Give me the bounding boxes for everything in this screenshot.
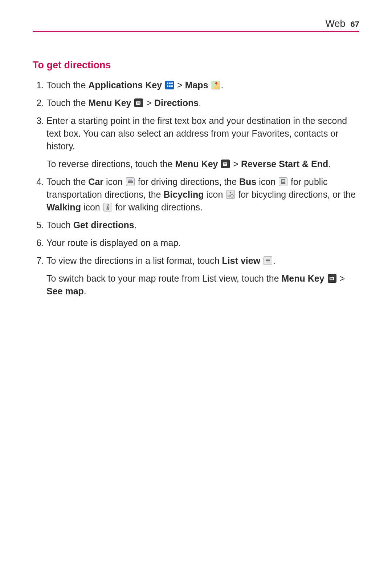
menu-key-icon <box>221 160 230 168</box>
bicycling-icon <box>226 190 235 199</box>
bold-get-directions: Get directions <box>73 220 134 230</box>
text: Touch the <box>46 98 88 108</box>
step-3: Enter a starting point in the first text… <box>46 114 359 170</box>
manual-page: Web 67 To get directions Touch the Appli… <box>0 0 392 564</box>
page-content: To get directions Touch the Applications… <box>33 33 359 298</box>
bold-reverse: Reverse Start & End <box>241 159 328 169</box>
step-2: Touch the Menu Key > Directions. <box>46 97 359 109</box>
car-icon <box>126 177 135 186</box>
text: for walking directions. <box>113 202 203 212</box>
step-6: Your route is displayed on a map. <box>46 237 359 249</box>
step-1: Touch the Applications Key > Maps . <box>46 79 359 92</box>
text: . <box>273 255 275 266</box>
bold-menu-key: Menu Key <box>282 273 324 283</box>
step-4: Touch the Car icon for driving direction… <box>46 176 359 214</box>
text: To view the directions in a list format,… <box>46 255 222 266</box>
bold-directions: Directions <box>154 98 199 108</box>
text: > <box>175 80 185 90</box>
bold-car: Car <box>88 177 103 187</box>
text: Touch the <box>46 177 88 187</box>
step-7-sub: To switch back to your map route from Li… <box>46 272 359 298</box>
text: . <box>199 98 201 108</box>
bold-apps-key: Applications Key <box>88 80 162 90</box>
page-number: 67 <box>351 20 359 29</box>
text: icon <box>256 177 278 187</box>
walking-icon <box>103 203 112 212</box>
bold-see-map: See map <box>46 286 84 296</box>
header-rule-thick <box>33 31 359 32</box>
text: Your route is displayed on a map. <box>46 238 181 248</box>
text: icon <box>81 202 103 212</box>
maps-icon <box>212 81 220 89</box>
text: To reverse directions, touch the <box>46 159 175 169</box>
bold-bus: Bus <box>239 177 256 187</box>
menu-key-icon <box>134 98 143 107</box>
text: > <box>337 273 345 283</box>
step-3-sub: To reverse directions, touch the Menu Ke… <box>46 158 359 170</box>
text: . <box>221 80 224 90</box>
text: . <box>134 220 137 230</box>
menu-key-icon <box>328 274 336 283</box>
text: for bicycling directions, or the <box>236 189 356 200</box>
text: To switch back to your map route from Li… <box>46 273 282 283</box>
text: . <box>84 286 86 296</box>
bold-walking: Walking <box>46 202 81 212</box>
bold-menu-key: Menu Key <box>88 98 131 108</box>
applications-key-icon <box>165 81 174 89</box>
text: Enter a starting point in the first text… <box>46 116 347 151</box>
section-title: Web <box>325 18 345 29</box>
text: > <box>144 98 154 108</box>
step-7: To view the directions in a list format,… <box>46 254 359 298</box>
text: for driving directions, the <box>135 177 239 187</box>
bold-menu-key: Menu Key <box>175 159 218 169</box>
list-view-icon <box>264 256 272 265</box>
bold-bicycling: Bicycling <box>163 189 204 200</box>
text: Touch the <box>46 80 88 90</box>
text: . <box>328 159 331 169</box>
step-5: Touch Get directions. <box>46 219 359 231</box>
text: > <box>230 159 241 169</box>
text: icon <box>204 189 226 200</box>
bold-maps: Maps <box>185 80 208 90</box>
text: Touch <box>46 220 73 230</box>
text: icon <box>103 177 125 187</box>
section-heading: To get directions <box>33 59 359 72</box>
bold-list-view: List view <box>222 255 261 266</box>
steps-list: Touch the Applications Key > Maps . Touc… <box>33 79 359 298</box>
bus-icon <box>279 177 287 186</box>
page-header: Web 67 <box>33 18 359 31</box>
